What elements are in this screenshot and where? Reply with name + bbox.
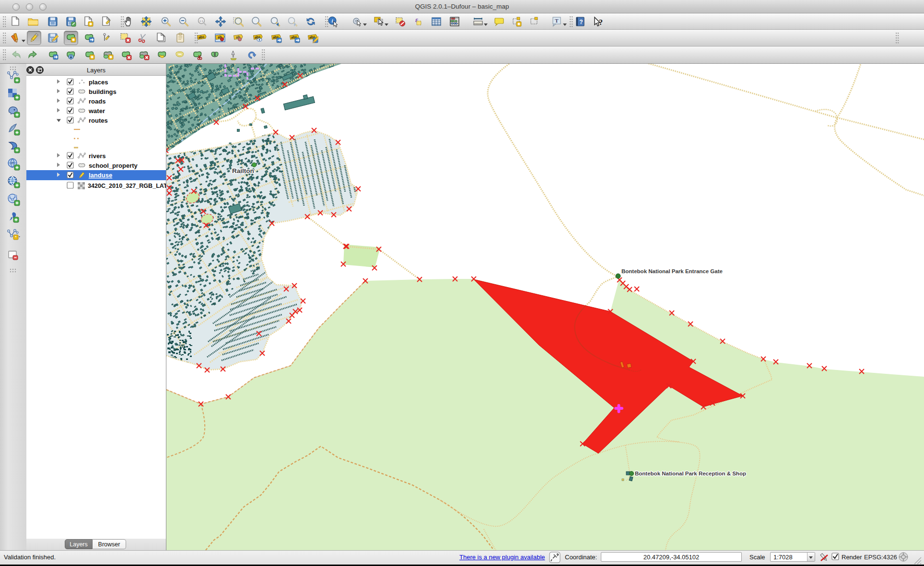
svg-text:routes: routes bbox=[89, 117, 108, 124]
svg-text:abc: abc bbox=[198, 35, 205, 40]
svg-text:T: T bbox=[555, 18, 559, 23]
svg-text:buildings: buildings bbox=[89, 88, 117, 95]
svg-text:school_property: school_property bbox=[89, 162, 138, 169]
svg-text:Bontebok National Park Recepti: Bontebok National Park Reception & Shop bbox=[635, 471, 746, 476]
svg-text:?: ? bbox=[579, 19, 583, 25]
svg-text:rivers: rivers bbox=[89, 152, 105, 160]
svg-text:3420C_2010_327_RGB_LATLNG: 3420C_2010_327_RGB_LATLNG bbox=[88, 183, 166, 189]
svg-text:Bontebok National Park Entranc: Bontebok National Park Entrance Gate bbox=[621, 268, 723, 274]
svg-text:IT: IT bbox=[11, 162, 14, 165]
svg-text:landuse: landuse bbox=[89, 172, 112, 179]
svg-text:roads: roads bbox=[89, 98, 105, 105]
svg-text:Railton: Railton bbox=[232, 167, 254, 174]
svg-text:1:1: 1:1 bbox=[199, 20, 204, 23]
svg-text:places: places bbox=[89, 79, 108, 86]
svg-text:water: water bbox=[88, 107, 105, 115]
svg-text:?: ? bbox=[599, 18, 603, 26]
svg-text:*: * bbox=[15, 235, 17, 240]
